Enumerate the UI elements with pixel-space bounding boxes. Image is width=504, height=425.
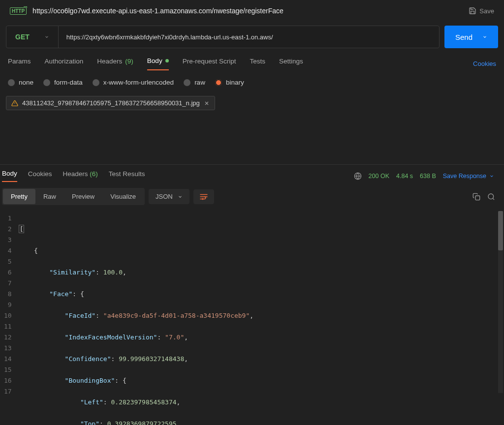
body-type-formdata[interactable]: form-data bbox=[43, 79, 83, 86]
body-type-binary[interactable]: binary bbox=[215, 79, 244, 86]
tab-settings[interactable]: Settings bbox=[279, 58, 303, 70]
tab-authorization[interactable]: Authorization bbox=[45, 58, 84, 70]
scrollbar-thumb[interactable] bbox=[498, 211, 503, 250]
resp-tab-headers[interactable]: Headers (6) bbox=[63, 170, 98, 182]
method-select[interactable]: GET bbox=[6, 26, 59, 48]
cookies-link[interactable]: Cookies bbox=[473, 60, 496, 67]
resp-tab-body[interactable]: Body bbox=[2, 170, 17, 182]
file-name: 438112432_979878467105975_17863727566589… bbox=[22, 99, 200, 107]
chevron-down-icon bbox=[178, 194, 183, 199]
save-icon bbox=[469, 7, 476, 15]
chevron-down-icon bbox=[482, 34, 487, 39]
tab-tests[interactable]: Tests bbox=[250, 58, 265, 70]
wrap-icon bbox=[199, 193, 208, 200]
send-button[interactable]: Send bbox=[444, 26, 498, 48]
code-content: [ { "Similarity": 100.0, "Face": { "Face… bbox=[19, 211, 257, 425]
url-input[interactable] bbox=[59, 26, 439, 48]
svg-rect-8 bbox=[475, 196, 480, 200]
send-label: Send bbox=[455, 33, 472, 41]
binary-file-chip[interactable]: 438112432_979878467105975_17863727566589… bbox=[6, 96, 215, 110]
status-code: 200 OK bbox=[369, 173, 389, 180]
method-label: GET bbox=[15, 33, 30, 41]
dot-indicator-icon bbox=[165, 59, 169, 62]
resp-tab-testresults[interactable]: Test Results bbox=[109, 170, 145, 182]
body-type-raw[interactable]: raw bbox=[184, 79, 205, 86]
response-size: 638 B bbox=[420, 173, 436, 180]
format-select[interactable]: JSON bbox=[149, 189, 189, 204]
tab-body[interactable]: Body bbox=[147, 57, 169, 70]
line-gutter: 1 2 3 4 5 6 7 8 9 10 11 12 13 14 15 16 1… bbox=[0, 211, 19, 425]
view-preview[interactable]: Preview bbox=[64, 189, 102, 204]
svg-line-10 bbox=[493, 198, 494, 200]
globe-icon[interactable] bbox=[354, 172, 362, 180]
view-pretty[interactable]: Pretty bbox=[3, 189, 35, 204]
save-response-button[interactable]: Save Response bbox=[443, 173, 494, 180]
chevron-down-icon bbox=[489, 174, 494, 179]
tab-prerequest[interactable]: Pre-request Script bbox=[183, 58, 236, 70]
response-body[interactable]: 1 2 3 4 5 6 7 8 9 10 11 12 13 14 15 16 1… bbox=[0, 211, 504, 425]
view-raw[interactable]: Raw bbox=[35, 189, 64, 204]
save-label: Save bbox=[479, 7, 494, 15]
copy-icon[interactable] bbox=[472, 193, 480, 201]
save-button[interactable]: Save bbox=[469, 7, 494, 15]
chevron-down-icon bbox=[44, 34, 49, 39]
response-time: 4.84 s bbox=[396, 173, 413, 180]
close-icon[interactable] bbox=[204, 100, 210, 106]
tab-params[interactable]: Params bbox=[8, 58, 31, 70]
body-type-urlencoded[interactable]: x-www-form-urlencoded bbox=[93, 79, 174, 86]
http-badge-icon: HTTP bbox=[10, 7, 27, 15]
view-visualize[interactable]: Visualize bbox=[102, 189, 144, 204]
svg-point-9 bbox=[488, 194, 494, 199]
warning-icon bbox=[11, 100, 18, 107]
search-icon[interactable] bbox=[487, 193, 495, 201]
tab-headers[interactable]: Headers (9) bbox=[97, 58, 133, 70]
body-type-none[interactable]: none bbox=[8, 79, 33, 86]
request-title: https://oco6lgo7wd.execute-api.us-east-1… bbox=[32, 7, 463, 15]
wrap-lines-button[interactable] bbox=[193, 189, 214, 204]
resp-tab-cookies[interactable]: Cookies bbox=[28, 170, 52, 182]
